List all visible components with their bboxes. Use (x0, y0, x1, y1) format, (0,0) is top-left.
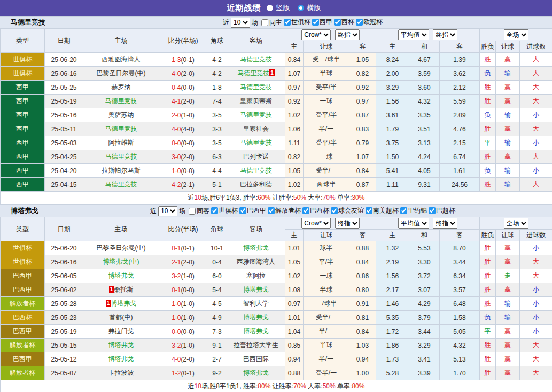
col-e-draw: 和 (409, 230, 440, 241)
score-cell: 3-2(1-0) (159, 339, 207, 352)
bookmaker-select[interactable]: Crow* (301, 29, 331, 40)
match-count-select[interactable]: 10 (158, 206, 177, 216)
same-venue-checkbox[interactable] (189, 208, 196, 215)
result-cell: 平 (480, 136, 496, 150)
league-label: 欧冠杯 (363, 18, 383, 27)
league-checkbox[interactable] (429, 207, 436, 214)
final-odds-select[interactable]: 终指 (335, 218, 360, 229)
league-filter-list: 世俱杯西甲西杯欧冠杯 (282, 18, 383, 27)
league-label: 世俱杯 (291, 18, 310, 27)
match-row: 巴西杯25-05-23首都(中)1-0(1-0)4-9博塔弗戈1.01受半/一0… (1, 311, 552, 325)
date-cell: 25-06-20 (45, 241, 83, 255)
match-row: 巴西甲25-05-19弗拉门戈0-0(0-0)7-3博塔弗戈1.04半/一0.8… (1, 325, 552, 339)
euro-away-odds: 1.61 (440, 164, 480, 178)
league-checkbox[interactable] (334, 19, 341, 26)
home-team-cell: 马德里竞技 (83, 178, 159, 192)
results-table-madrid: 类型 日期 主场 比分(半场) 角球 客场 Crow* 终指 平均值 终指 全场 (0, 28, 552, 205)
league-badge: 巴西甲 (1, 283, 45, 297)
league-checkbox[interactable] (268, 207, 275, 214)
page: 近期战绩 竖版 横版 马德里竞技 近 10 场 同主 世俱杯西甲西杯欧冠杯 (0, 0, 552, 392)
match-row: 世俱杯25-06-20西雅图海湾人1-3(0-1)4-2马德里竞技0.84受一/… (1, 53, 552, 67)
full-time-score: 0-1 (172, 245, 181, 252)
league-checkbox[interactable] (400, 207, 407, 214)
date-cell: 25-04-15 (45, 178, 83, 192)
date-cell: 25-05-19 (45, 95, 83, 108)
average-select[interactable]: 平均值 (398, 29, 429, 40)
euro-home-odds: 2.17 (376, 283, 409, 297)
red-card-badge: 1 (269, 69, 275, 76)
corner-cell: 7-4 (207, 95, 227, 108)
handicap-away-odds: 0.84 (349, 325, 376, 339)
scope-select[interactable]: 全场 (504, 29, 528, 40)
league-badge: 西甲 (1, 122, 45, 136)
league-badge: 巴西杯 (1, 311, 45, 325)
half-time-score: (0-1) (181, 245, 195, 252)
horizontal-radio-icon[interactable] (298, 5, 304, 11)
euro-draw-odds: 3.59 (409, 67, 440, 81)
league-checkbox[interactable] (331, 207, 338, 214)
col-e-home: 主 (376, 230, 409, 241)
match-count-select[interactable]: 10 (231, 18, 250, 28)
league-filter: 世俱杯 (210, 206, 238, 215)
league-checkbox[interactable] (211, 207, 218, 214)
half-time-score: (0-0) (181, 167, 195, 175)
euro-draw-odds: 3.07 (409, 283, 440, 297)
handicap-result-cell: 赢 (496, 81, 520, 95)
goals-result-cell: 小 (520, 164, 552, 178)
handicap-away-odds: 0.83 (349, 122, 376, 136)
home-team-cell: 拉斯帕尔马斯 (83, 164, 159, 178)
date-cell: 25-05-28 (45, 297, 83, 311)
scope-select-group: 全场 (480, 217, 552, 230)
euro-home-odds: 1.32 (376, 241, 409, 255)
league-checkbox[interactable] (239, 207, 246, 214)
euro-draw-odds: 3.35 (409, 108, 440, 122)
full-time-score: 3-2 (172, 342, 181, 349)
handicap-line: 一/球半 (304, 297, 349, 311)
horizontal-radio-label[interactable]: 横版 (307, 3, 321, 13)
league-checkbox[interactable] (284, 19, 291, 26)
same-venue-checkbox[interactable] (261, 19, 268, 26)
home-team-cell: 1博塔弗戈 (83, 297, 159, 311)
home-team-cell: 阿拉维斯 (83, 136, 159, 150)
page-title: 近期战绩 (227, 3, 261, 13)
league-badge: 巴西甲 (1, 352, 45, 366)
home-team-cell: 马德里竞技 (83, 95, 159, 108)
team-label: 马德里竞技 (240, 139, 272, 146)
handicap-home-odds: 0.92 (285, 95, 304, 108)
corner-cell: 6-0 (207, 269, 227, 283)
final-odds-select[interactable]: 终指 (335, 29, 360, 40)
league-filter: 西杯 (333, 18, 354, 27)
final-odds-select-2[interactable]: 终指 (433, 218, 457, 229)
league-checkbox[interactable] (302, 207, 309, 214)
match-row: 解放者杯25-05-07卡拉波波1-2(0-1)9-2博塔弗戈0.88受半/一1… (1, 366, 552, 380)
team-label: 阿拉维斯 (108, 139, 134, 146)
league-checkbox[interactable] (312, 19, 319, 26)
home-team-cell: 巴黎圣日尔曼(中) (83, 241, 159, 255)
bookmaker-select[interactable]: Crow* (301, 218, 331, 229)
summary-segment: 10 (195, 382, 201, 390)
handicap-line: 受半/一 (304, 311, 349, 325)
col-h-away: 客 (349, 41, 376, 53)
layout-radio-group: 竖版 横版 (267, 3, 325, 13)
score-cell: 0-4(0-0) (159, 81, 207, 95)
corner-cell: 7-3 (207, 325, 227, 339)
team-label: 皇家贝蒂斯 (240, 97, 272, 105)
euro-home-odds: 3.29 (376, 81, 409, 95)
score-cell: 1-2(0-1) (159, 366, 207, 380)
team-label: 西雅图海湾人 (237, 258, 275, 265)
euro-away-odds: 5.05 (440, 325, 480, 339)
league-checkbox[interactable] (366, 207, 372, 214)
handicap-home-odds: 1.01 (285, 311, 304, 325)
final-odds-select-2[interactable]: 终指 (433, 29, 457, 40)
half-time-score: (4-0) (181, 126, 195, 133)
average-select[interactable]: 平均值 (398, 218, 429, 229)
summary-segment: 让胜率: (270, 382, 293, 390)
handicap-result-cell: 走 (496, 269, 520, 283)
scope-select[interactable]: 全场 (504, 218, 528, 229)
col-e-draw: 和 (409, 41, 440, 53)
goals-result-cell: 大 (520, 150, 552, 164)
euro-home-odds: 1.50 (376, 150, 409, 164)
league-checkbox[interactable] (356, 19, 363, 26)
vertical-radio-label[interactable]: 竖版 (276, 3, 290, 13)
vertical-radio-icon[interactable] (267, 5, 273, 11)
